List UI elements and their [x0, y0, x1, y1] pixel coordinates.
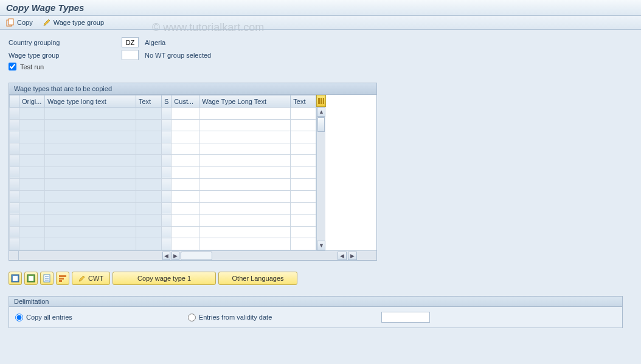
entries-from-validity-radio[interactable]: Entries from validity date [188, 314, 272, 321]
cell-wt-long2[interactable] [199, 191, 291, 203]
cell-text[interactable] [136, 119, 162, 131]
cell-s[interactable] [162, 202, 172, 215]
country-grouping-input[interactable] [122, 37, 139, 47]
cell-wt-long2[interactable] [199, 226, 291, 238]
col-text2[interactable]: Text [291, 95, 316, 108]
row-selector[interactable] [10, 238, 19, 250]
row-selector[interactable] [10, 191, 19, 203]
vertical-scrollbar[interactable]: ▲ ▼ [316, 107, 325, 250]
cell-origi[interactable] [19, 167, 45, 179]
cell-origi[interactable] [19, 155, 45, 167]
cell-cust[interactable] [172, 167, 199, 179]
cell-text2[interactable] [291, 179, 316, 191]
configure-columns-icon[interactable] [316, 95, 326, 107]
cell-s[interactable] [162, 143, 172, 155]
row-selector[interactable] [10, 226, 19, 238]
sort-button[interactable] [56, 272, 69, 285]
cell-wt-long2[interactable] [199, 119, 291, 131]
cell-text2[interactable] [291, 108, 316, 120]
cell-wt-long2[interactable] [199, 215, 291, 227]
table-row[interactable] [10, 238, 316, 250]
cell-origi[interactable] [19, 202, 45, 215]
scroll-left2-icon[interactable]: ◀ [338, 252, 347, 260]
cell-text[interactable] [136, 191, 162, 203]
cell-wt-long2[interactable] [199, 238, 291, 250]
col-s[interactable]: S [162, 95, 172, 108]
cell-cust[interactable] [172, 155, 199, 167]
cell-text[interactable] [136, 202, 162, 215]
cell-cust[interactable] [172, 119, 199, 131]
cell-wt-long[interactable] [45, 238, 136, 250]
cell-s[interactable] [162, 108, 172, 120]
cell-wt-long2[interactable] [199, 108, 291, 120]
cell-wt-long[interactable] [45, 108, 136, 120]
row-selector[interactable] [10, 143, 19, 155]
cell-text2[interactable] [291, 191, 316, 203]
col-cust[interactable]: Cust... [172, 95, 199, 108]
row-selector[interactable] [10, 202, 19, 215]
row-selector[interactable] [10, 108, 19, 120]
cell-wt-long[interactable] [45, 191, 136, 203]
cell-text[interactable] [136, 238, 162, 250]
cell-origi[interactable] [19, 226, 45, 238]
wage-type-group-button[interactable]: Wage type group [43, 18, 104, 27]
cell-cust[interactable] [172, 131, 199, 143]
row-selector[interactable] [10, 215, 19, 227]
row-selector[interactable] [10, 167, 19, 179]
cell-wt-long[interactable] [45, 179, 136, 191]
cell-text2[interactable] [291, 167, 316, 179]
table-row[interactable] [10, 179, 316, 191]
table-row[interactable] [10, 155, 316, 167]
cell-origi[interactable] [19, 108, 45, 120]
table-row[interactable] [10, 191, 316, 203]
detail-button[interactable] [40, 272, 54, 285]
cell-s[interactable] [162, 238, 172, 250]
cell-wt-long2[interactable] [199, 179, 291, 191]
table-row[interactable] [10, 167, 316, 179]
cell-wt-long[interactable] [45, 119, 136, 131]
table-row[interactable] [10, 143, 316, 155]
cell-cust[interactable] [172, 191, 199, 203]
cell-origi[interactable] [19, 119, 45, 131]
scroll-up-icon[interactable]: ▲ [317, 107, 325, 117]
table-row[interactable] [10, 131, 316, 143]
cell-s[interactable] [162, 119, 172, 131]
cwt-button[interactable]: CWT [72, 272, 110, 285]
table-row[interactable] [10, 108, 316, 120]
table-row[interactable] [10, 215, 316, 227]
table-row[interactable] [10, 119, 316, 131]
copy-all-radio-input[interactable] [15, 314, 23, 321]
cell-origi[interactable] [19, 143, 45, 155]
col-origi[interactable]: Origi... [19, 95, 45, 108]
scroll-down-icon[interactable]: ▼ [317, 241, 325, 250]
cell-wt-long[interactable] [45, 226, 136, 238]
copy-wage-type-1-button[interactable]: Copy wage type 1 [113, 272, 216, 285]
cell-wt-long2[interactable] [199, 167, 291, 179]
table-row[interactable] [10, 202, 316, 215]
cell-cust[interactable] [172, 143, 199, 155]
cell-cust[interactable] [172, 202, 199, 215]
cell-wt-long[interactable] [45, 143, 136, 155]
cell-wt-long2[interactable] [199, 202, 291, 215]
cell-s[interactable] [162, 191, 172, 203]
cell-s[interactable] [162, 167, 172, 179]
cell-text2[interactable] [291, 226, 316, 238]
cell-wt-long2[interactable] [199, 143, 291, 155]
scroll-thumb[interactable] [317, 117, 325, 132]
cell-text[interactable] [136, 155, 162, 167]
wage-type-group-input[interactable] [122, 50, 139, 60]
select-all-button[interactable] [9, 272, 22, 285]
row-selector[interactable] [10, 119, 19, 131]
cell-text2[interactable] [291, 143, 316, 155]
cell-s[interactable] [162, 131, 172, 143]
cell-text2[interactable] [291, 202, 316, 215]
cell-text[interactable] [136, 167, 162, 179]
cell-origi[interactable] [19, 191, 45, 203]
cell-text2[interactable] [291, 155, 316, 167]
cell-origi[interactable] [19, 238, 45, 250]
cell-cust[interactable] [172, 215, 199, 227]
copy-all-entries-radio[interactable]: Copy all entries [15, 314, 72, 321]
cell-s[interactable] [162, 226, 172, 238]
copy-button[interactable]: Copy [6, 18, 33, 27]
cell-cust[interactable] [172, 179, 199, 191]
